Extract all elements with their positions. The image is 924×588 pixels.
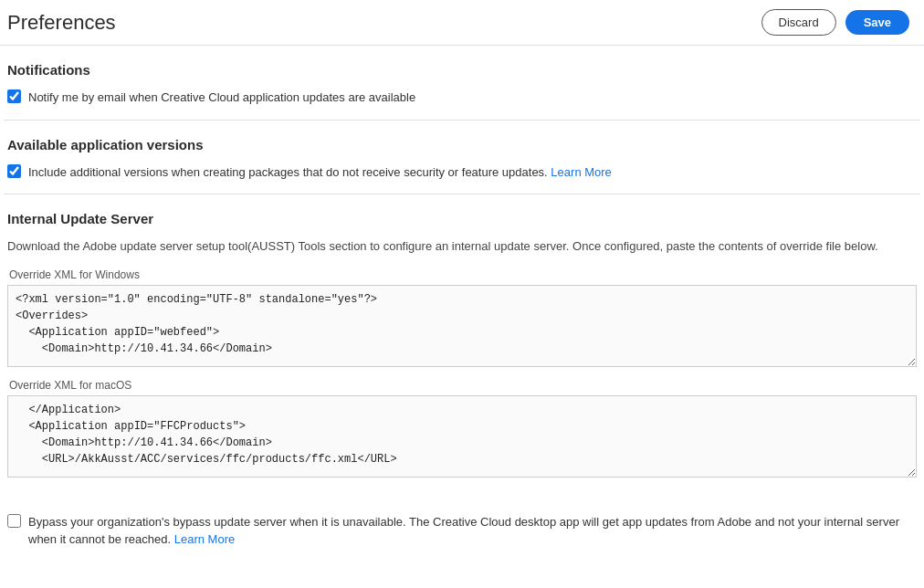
bypass-checkbox-label: Bypass your organization's bypass update…	[28, 513, 917, 549]
windows-xml-block: Override XML for Windows	[7, 268, 917, 370]
discard-button[interactable]: Discard	[761, 9, 836, 36]
notifications-checkbox-label[interactable]: Notify me by email when Creative Cloud a…	[28, 89, 415, 107]
windows-xml-label: Override XML for Windows	[7, 268, 917, 281]
save-button[interactable]: Save	[845, 10, 909, 35]
available-versions-label-text: Include additional versions when creatin…	[28, 165, 548, 179]
bypass-checkbox-row: Bypass your organization's bypass update…	[7, 513, 917, 549]
content: Notifications Notify me by email when Cr…	[0, 46, 924, 560]
notifications-section: Notifications Notify me by email when Cr…	[4, 46, 920, 121]
macos-xml-label: Override XML for macOS	[7, 379, 917, 392]
bypass-label-text: Bypass your organization's bypass update…	[28, 515, 899, 547]
available-versions-section: Available application versions Include a…	[4, 121, 920, 195]
notifications-checkbox[interactable]	[7, 89, 21, 103]
available-versions-learn-more-link[interactable]: Learn More	[551, 165, 611, 179]
available-versions-checkbox-label: Include additional versions when creatin…	[28, 163, 612, 182]
notifications-title: Notifications	[7, 62, 917, 78]
windows-xml-textarea[interactable]	[7, 285, 917, 367]
available-versions-checkbox-row: Include additional versions when creatin…	[7, 163, 917, 182]
macos-xml-block: Override XML for macOS	[7, 379, 917, 480]
internal-update-desc: Download the Adobe update server setup t…	[7, 237, 917, 256]
available-versions-checkbox[interactable]	[7, 164, 21, 178]
page-title: Preferences	[4, 11, 116, 35]
bypass-learn-more-link[interactable]: Learn More	[174, 532, 235, 546]
internal-update-title: Internal Update Server	[7, 211, 917, 226]
bypass-checkbox[interactable]	[7, 514, 21, 528]
header: Preferences Discard Save	[0, 0, 924, 46]
available-versions-title: Available application versions	[7, 137, 917, 152]
bypass-section: Bypass your organization's bypass update…	[4, 499, 920, 560]
header-buttons: Discard Save	[761, 9, 909, 36]
page-container: Preferences Discard Save Notifications N…	[0, 0, 924, 588]
internal-update-section: Internal Update Server Download the Adob…	[4, 194, 920, 499]
notifications-checkbox-row: Notify me by email when Creative Cloud a…	[7, 89, 917, 107]
macos-xml-textarea[interactable]	[7, 395, 917, 478]
